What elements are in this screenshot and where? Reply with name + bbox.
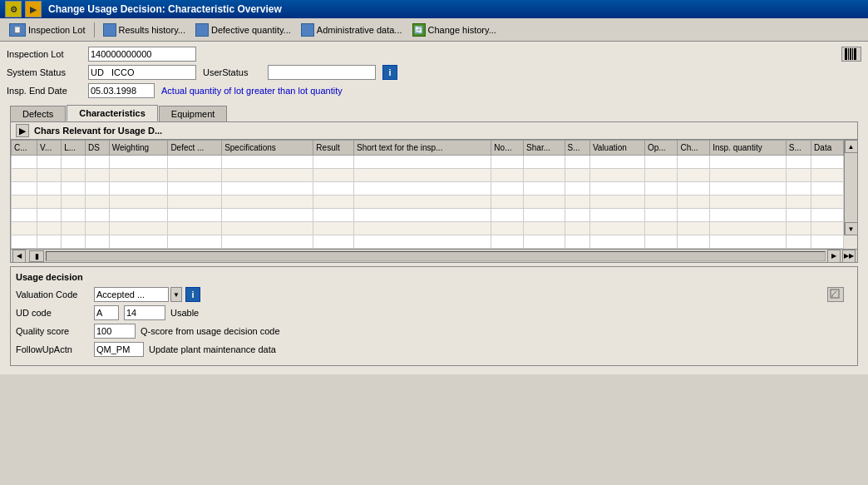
inspection-lot-field-label: Inspection Lot [7, 49, 81, 59]
toolbar: 📋 Inspection Lot Results history... Defe… [0, 18, 868, 42]
tab-defects[interactable]: Defects [10, 106, 66, 121]
col-valuation: Valuation [589, 141, 644, 156]
administrative-data-btn[interactable]: Administrative data... [297, 22, 407, 38]
title-bar: ⚙ ▶ Change Usage Decision: Characteristi… [0, 0, 868, 18]
insp-end-date-label: Insp. End Date [7, 86, 81, 96]
system-status-row: System Status UserStatus i [7, 65, 861, 80]
administrative-data-label: Administrative data... [317, 25, 402, 35]
expand-button[interactable]: ▶ [16, 124, 29, 137]
usage-decision-title: Usage decision [16, 272, 852, 282]
scroll-h-track[interactable] [46, 251, 826, 261]
scroll-right-arrow2[interactable]: ▶▶ [842, 250, 856, 263]
table-row [12, 235, 844, 249]
inspection-lot-btn[interactable]: 📋 Inspection Lot [5, 22, 90, 38]
inspection-lot-label: Inspection Lot [28, 25, 86, 35]
vertical-scrollbar[interactable]: ▲ ▼ [844, 140, 857, 235]
followup-text: Update plant maintenance data [149, 344, 276, 354]
col-op: Op... [644, 141, 678, 156]
tab-equipment[interactable]: Equipment [159, 106, 228, 121]
scroll-up-arrow[interactable]: ▲ [845, 140, 858, 153]
warning-text: Actual quantity of lot greater than lot … [161, 86, 343, 96]
col-s2: S... [786, 141, 811, 156]
table-row [12, 156, 844, 169]
col-data: Data [811, 141, 844, 156]
valuation-dropdown-btn[interactable]: ▼ [170, 287, 182, 302]
sap-icon: ⚙ [5, 1, 22, 17]
quality-score-row: Quality score Q-score from usage decisio… [16, 324, 852, 339]
ud-code-input[interactable] [94, 305, 119, 320]
scan-icon [845, 48, 858, 60]
quality-score-input[interactable] [94, 324, 136, 339]
change-history-icon: 🔄 [412, 23, 426, 37]
svg-rect-0 [845, 48, 847, 60]
followup-row: FollowUpActn Update plant maintenance da… [16, 342, 852, 357]
col-no: No... [491, 141, 524, 156]
edit-icon-btn[interactable] [827, 287, 844, 302]
valuation-code-row: Valuation Code Accepted ... ▼ i [16, 287, 852, 302]
col-shar: Shar... [524, 141, 565, 156]
col-ch: Ch... [678, 141, 710, 156]
svg-rect-3 [852, 48, 853, 60]
scroll-left-arrow[interactable]: ◀ [12, 250, 26, 263]
followup-input[interactable] [94, 342, 144, 357]
change-history-btn[interactable]: 🔄 Change history... [408, 22, 501, 38]
ud-code-number-input[interactable] [124, 305, 165, 320]
info-icon: i [388, 67, 391, 77]
defective-quantity-btn[interactable]: Defective quantity... [191, 22, 295, 38]
insp-end-date-row: Insp. End Date Actual quantity of lot gr… [7, 83, 861, 98]
col-ds: DS [85, 141, 109, 156]
title-icon-area: ⚙ ▶ [5, 1, 42, 17]
scroll-right-arrow[interactable]: ▶ [827, 250, 841, 263]
col-defect: Defect ... [168, 141, 222, 156]
insp-end-date-input[interactable] [88, 83, 155, 98]
svg-line-6 [832, 291, 836, 295]
tabs-bar: Defects Characteristics Equipment [7, 101, 861, 121]
scroll-more-btn[interactable]: ▮ [29, 250, 44, 262]
user-status-input[interactable] [268, 65, 376, 80]
change-history-label: Change history... [428, 25, 496, 35]
inspection-lot-input[interactable] [88, 47, 196, 62]
defective-qty-icon [195, 23, 209, 37]
dropdown-arrow-icon: ▼ [173, 291, 180, 299]
ud-code-text: Usable [170, 308, 199, 318]
svg-rect-1 [848, 48, 849, 60]
col-l: L... [62, 141, 86, 156]
svg-marker-7 [831, 295, 833, 297]
results-history-icon [103, 23, 116, 37]
valuation-info-btn[interactable]: i [185, 287, 200, 302]
table-row [12, 209, 844, 222]
followup-label: FollowUpActn [16, 344, 89, 354]
table-row [12, 182, 844, 195]
col-v: V... [37, 141, 62, 156]
defective-quantity-label: Defective quantity... [211, 25, 291, 35]
svg-rect-2 [850, 48, 851, 60]
content-panel: ▶ Chars Relevant for Usage D... C... V..… [10, 121, 858, 263]
col-weighting: Weighting [109, 141, 168, 156]
grid-title: Chars Relevant for Usage D... [34, 126, 162, 136]
tab-characteristics[interactable]: Characteristics [67, 105, 158, 121]
admin-data-icon [301, 23, 314, 37]
valuation-code-display: Accepted ... [94, 287, 169, 302]
usage-decision-section: Usage decision Valuation Code Accepted .… [10, 266, 858, 366]
sap-icon2: ▶ [25, 1, 42, 17]
sep1 [94, 22, 95, 37]
scan-button[interactable] [841, 47, 861, 62]
grid-header-bar: ▶ Chars Relevant for Usage D... [11, 122, 857, 140]
edit-icon [830, 289, 841, 300]
user-status-field-label: UserStatus [203, 67, 261, 77]
col-short-text: Short text for the insp... [354, 141, 491, 156]
valuation-info-icon: i [191, 290, 194, 299]
col-c: C... [12, 141, 37, 156]
main-content: Inspection Lot System Status UserStatus … [0, 42, 868, 374]
grid-wrapper: C... V... L... DS Weighting Defect ... S… [11, 140, 857, 249]
quality-score-label: Quality score [16, 326, 89, 336]
expand-icon: ▶ [19, 126, 26, 136]
horizontal-scrollbar-row: ◀ ▮ ▶ ▶▶ [11, 249, 857, 262]
scroll-down-arrow[interactable]: ▼ [845, 222, 858, 235]
system-status-label: System Status [7, 67, 81, 77]
quality-score-text: Q-score from usage decision code [141, 326, 280, 336]
results-history-btn[interactable]: Results history... [99, 22, 190, 38]
info-button[interactable]: i [382, 65, 397, 80]
inspection-lot-icon: 📋 [9, 23, 26, 37]
system-status-input[interactable] [88, 65, 196, 80]
